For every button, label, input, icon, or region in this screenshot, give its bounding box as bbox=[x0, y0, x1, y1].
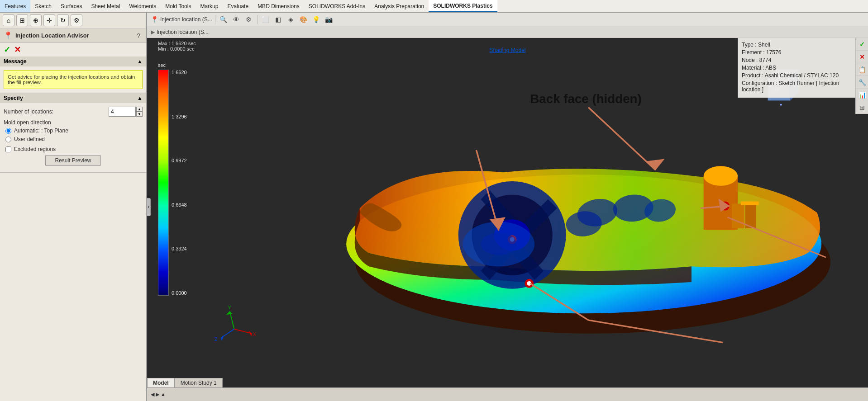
info-node: Node : 8774 bbox=[742, 57, 852, 63]
toolbar-rotate-btn[interactable]: ↻ bbox=[57, 14, 69, 26]
menu-evaluate[interactable]: Evaluate bbox=[223, 0, 253, 12]
right-icon-6[interactable]: ⊞ bbox=[856, 101, 868, 114]
menu-mbd-dimensions[interactable]: MBD Dimensions bbox=[253, 0, 304, 12]
vp-display-btn[interactable]: ⬜ bbox=[260, 14, 271, 25]
panel-header: 📍 Injection Location Advisor ? bbox=[0, 28, 146, 43]
breadcrumb-label: Injection location (S... bbox=[157, 29, 209, 35]
menu-sheet-metal[interactable]: Sheet Metal bbox=[86, 0, 124, 12]
accept-button[interactable]: ✓ bbox=[4, 45, 10, 55]
scale-val-1: 1.3296 bbox=[172, 114, 187, 119]
scale-val-2: 0.9972 bbox=[172, 158, 187, 163]
mold-open-direction-group: Mold open direction Automatic: : Top Pla… bbox=[4, 119, 143, 142]
vp-section-btn[interactable]: ◧ bbox=[273, 14, 284, 25]
toolbar-separator-1 bbox=[215, 15, 215, 24]
bottom-tabs: Model Motion Study 1 bbox=[147, 378, 223, 387]
excluded-regions-checkbox[interactable] bbox=[5, 146, 11, 152]
left-toolbar: ⌂ ⊞ ⊕ ✛ ↻ ⚙ bbox=[0, 13, 146, 28]
message-box: Get advice for placing the injection loc… bbox=[4, 70, 143, 89]
menu-sketch[interactable]: Sketch bbox=[30, 0, 56, 12]
viewport: 📍 Injection location (S... 🔍 👁 ⚙ ⬜ ◧ ◈ 🎨… bbox=[147, 13, 868, 401]
svg-marker-33 bbox=[248, 331, 252, 336]
right-icon-3[interactable]: 📋 bbox=[856, 63, 868, 76]
radio-automatic-label: Automatic: : Top Plane bbox=[14, 127, 68, 134]
svg-marker-35 bbox=[226, 311, 233, 315]
number-of-locations-input[interactable] bbox=[109, 107, 136, 117]
vp-camera-btn[interactable]: 📷 bbox=[324, 14, 334, 25]
scale-maxmin: Max : 1.6620 sec Min : 0.0000 sec bbox=[158, 41, 196, 52]
back-face-annotation: Back face (hidden) bbox=[530, 92, 641, 106]
message-section-content: Get advice for placing the injection loc… bbox=[0, 66, 146, 93]
panel-collapse-handle[interactable]: › bbox=[146, 198, 151, 216]
svg-rect-14 bbox=[732, 204, 744, 228]
menu-mold-tools[interactable]: Mold Tools bbox=[161, 0, 196, 12]
vp-color-btn[interactable]: 🎨 bbox=[298, 14, 309, 25]
color-scale: sec 1.6620 1.3296 0.9972 0.6648 0.3324 0… bbox=[158, 62, 187, 296]
viewport-breadcrumb-bar: ▶ Injection location (S... bbox=[147, 26, 868, 38]
svg-text:Z: Z bbox=[215, 336, 218, 342]
specify-section-header[interactable]: Specify ▲ bbox=[0, 93, 146, 103]
vp-transparency-btn[interactable]: ◈ bbox=[286, 14, 296, 25]
menu-weldments[interactable]: Weldments bbox=[124, 0, 161, 12]
menu-analysis-preparation[interactable]: Analysis Preparation bbox=[370, 0, 429, 12]
message-section-header[interactable]: Message ▲ bbox=[0, 57, 146, 66]
menu-solidworks-addins[interactable]: SOLIDWORKS Add-Ins bbox=[304, 0, 370, 12]
toolbar-home-btn[interactable]: ⌂ bbox=[3, 14, 14, 26]
status-arrows: ◀ ▶ ▲ bbox=[151, 392, 166, 397]
info-configuration: Configuration : Sketch Runner [ Injectio… bbox=[742, 80, 852, 93]
tab-model[interactable]: Model bbox=[147, 378, 175, 387]
vp-lights-btn[interactable]: 💡 bbox=[311, 14, 322, 25]
specify-section: Specify ▲ Number of locations: ▲ ▼ bbox=[0, 93, 146, 173]
toolbar-grid-btn[interactable]: ⊞ bbox=[16, 14, 28, 26]
menubar: Features Sketch Surfaces Sheet Metal Wel… bbox=[0, 0, 868, 13]
toolbar-separator-2 bbox=[257, 15, 258, 24]
spin-buttons: ▲ ▼ bbox=[136, 107, 143, 117]
message-collapse-icon: ▲ bbox=[137, 58, 143, 65]
radio-user-defined[interactable] bbox=[5, 137, 11, 142]
tab-motion-study[interactable]: Motion Study 1 bbox=[175, 378, 223, 387]
menu-surfaces[interactable]: Surfaces bbox=[56, 0, 86, 12]
right-icon-5[interactable]: 📊 bbox=[856, 89, 868, 101]
info-material: Material : ABS bbox=[742, 65, 852, 71]
toolbar-crosshair-btn[interactable]: ✛ bbox=[43, 14, 55, 26]
scale-val-0: 1.6620 bbox=[172, 70, 187, 75]
radio-automatic[interactable] bbox=[5, 128, 11, 134]
orientation-indicator: X Y Z bbox=[215, 305, 257, 341]
specify-section-content: Number of locations: ▲ ▼ Mold open direc… bbox=[0, 103, 146, 172]
svg-marker-37 bbox=[221, 335, 224, 341]
svg-point-22 bbox=[481, 233, 516, 255]
info-panel: Type : Shell Element : 17576 Node : 8774… bbox=[738, 38, 855, 98]
svg-line-32 bbox=[234, 329, 252, 334]
right-accept-btn[interactable]: ✓ bbox=[856, 38, 868, 51]
main-layout: ⌂ ⊞ ⊕ ✛ ↻ ⚙ 📍 Injection Location Advisor… bbox=[0, 13, 868, 401]
panel-help-btn[interactable]: ? bbox=[134, 32, 143, 40]
info-product: Product : Asahi Chemical / STYLAC 120 bbox=[742, 72, 852, 79]
scale-max-label: Max : 1.6620 sec bbox=[158, 41, 196, 46]
info-type: Type : Shell bbox=[742, 42, 852, 48]
radio-user-defined-label: User defined bbox=[14, 136, 45, 142]
cancel-button[interactable]: ✕ bbox=[14, 45, 21, 55]
result-preview-button[interactable]: Result Preview bbox=[45, 155, 100, 166]
panel-title: Injection Location Advisor bbox=[15, 32, 89, 39]
svg-text:X: X bbox=[253, 331, 257, 337]
svg-point-13 bbox=[704, 166, 738, 186]
scale-values: 1.6620 1.3296 0.9972 0.6648 0.3324 0.000… bbox=[169, 70, 187, 296]
toolbar-settings-btn[interactable]: ⚙ bbox=[71, 14, 82, 26]
vp-view-btn[interactable]: 👁 bbox=[231, 14, 242, 25]
spin-up-btn[interactable]: ▲ bbox=[136, 107, 143, 112]
svg-rect-16 bbox=[741, 202, 759, 205]
breadcrumb-icon: 📍 bbox=[151, 16, 158, 23]
specify-collapse-icon: ▲ bbox=[137, 95, 143, 101]
menu-markup[interactable]: Markup bbox=[196, 0, 223, 12]
vp-settings-btn[interactable]: ⚙ bbox=[243, 14, 254, 25]
status-bar: ◀ ▶ ▲ bbox=[147, 387, 868, 401]
vp-search-btn[interactable]: 🔍 bbox=[218, 14, 229, 25]
svg-text:Y: Y bbox=[228, 305, 232, 310]
toolbar-zoom-btn[interactable]: ⊕ bbox=[30, 14, 42, 26]
scale-title: sec bbox=[158, 62, 187, 68]
right-icon-4[interactable]: 🔧 bbox=[856, 76, 868, 89]
spin-down-btn[interactable]: ▼ bbox=[136, 112, 143, 117]
menu-solidworks-plastics[interactable]: SOLIDWORKS Plastics bbox=[429, 0, 497, 12]
shading-model-label[interactable]: Shading Model bbox=[489, 47, 525, 53]
right-cancel-btn[interactable]: ✕ bbox=[856, 51, 868, 63]
menu-features[interactable]: Features bbox=[0, 0, 30, 12]
